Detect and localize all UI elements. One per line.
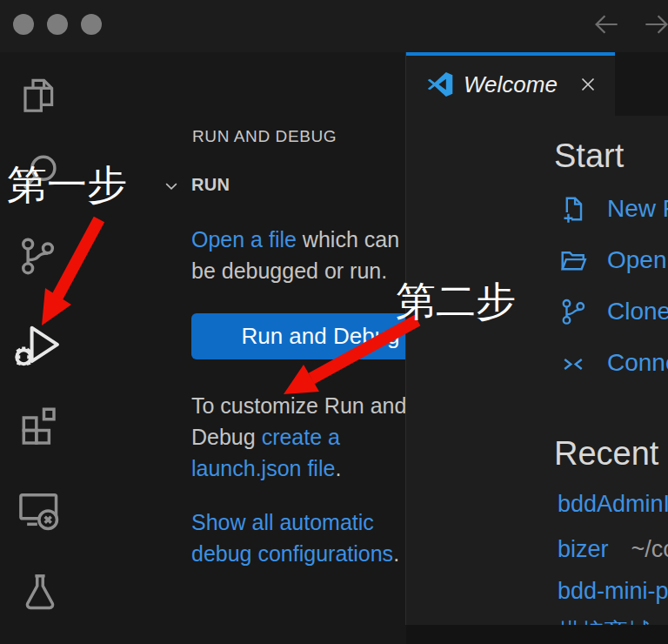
activity-bar (0, 52, 78, 644)
vscode-window: RUN AND DEBUG RUN Open a file which can … (0, 0, 668, 644)
chevron-down-icon[interactable] (163, 178, 180, 195)
create-launch-json-link[interactable]: create a (262, 425, 340, 449)
search-icon[interactable] (17, 150, 63, 195)
testing-icon[interactable] (17, 569, 63, 614)
launch-json-file-link[interactable]: launch.json file (191, 456, 335, 480)
start-item-new-file[interactable]: New File... (558, 190, 668, 228)
recent-heading: Recent (554, 435, 658, 473)
start-item-clone[interactable]: Clone Git Repository... (558, 292, 668, 331)
recent-item[interactable]: bdd-mini-program (558, 578, 668, 605)
run-and-debug-panel: RUN AND DEBUG RUN Open a file which can … (78, 52, 405, 644)
tab-welcome[interactable]: Welcome (406, 52, 615, 116)
tab-title: Welcome (464, 71, 558, 98)
run-and-debug-icon[interactable] (10, 319, 65, 374)
show-all-debug-configs-link-line2[interactable]: debug configurations (191, 541, 393, 566)
title-bar (0, 0, 668, 53)
close-window-icon[interactable] (13, 14, 34, 35)
remote-explorer-icon[interactable] (14, 486, 63, 534)
minimize-window-icon[interactable] (47, 14, 68, 35)
start-heading: Start (554, 138, 624, 175)
git-branch-icon (558, 296, 589, 327)
tab-bar: Welcome (406, 52, 668, 116)
source-control-icon[interactable] (15, 233, 60, 278)
run-section-header[interactable]: RUN (191, 175, 230, 195)
nav-forward-icon[interactable] (640, 8, 668, 41)
explorer-icon[interactable] (17, 75, 59, 117)
recent-item-path: ~/code (631, 536, 668, 562)
open-folder-icon (558, 245, 589, 276)
recent-item[interactable]: bizer~/code (558, 536, 668, 563)
nav-back-icon[interactable] (590, 8, 623, 41)
show-all-debug-configs-link[interactable]: Show all automatic (191, 510, 374, 534)
vscode-logo-icon (425, 70, 455, 103)
panel-title: RUN AND DEBUG (192, 127, 337, 146)
start-item-open[interactable]: Open... (558, 241, 668, 279)
close-tab-icon[interactable] (577, 73, 599, 96)
recent-item[interactable]: bddAdminInfo (558, 491, 668, 518)
extensions-icon[interactable] (16, 402, 61, 447)
editor-group: Welcome Start New File... Ope (405, 52, 668, 625)
new-file-icon (558, 193, 589, 225)
editor-bottom-strip (406, 625, 668, 644)
remote-connect-icon (558, 347, 589, 379)
start-item-connect[interactable]: Connect to... (558, 344, 668, 382)
open-a-file-link[interactable]: Open a file (191, 227, 297, 252)
zoom-window-icon[interactable] (81, 14, 102, 35)
